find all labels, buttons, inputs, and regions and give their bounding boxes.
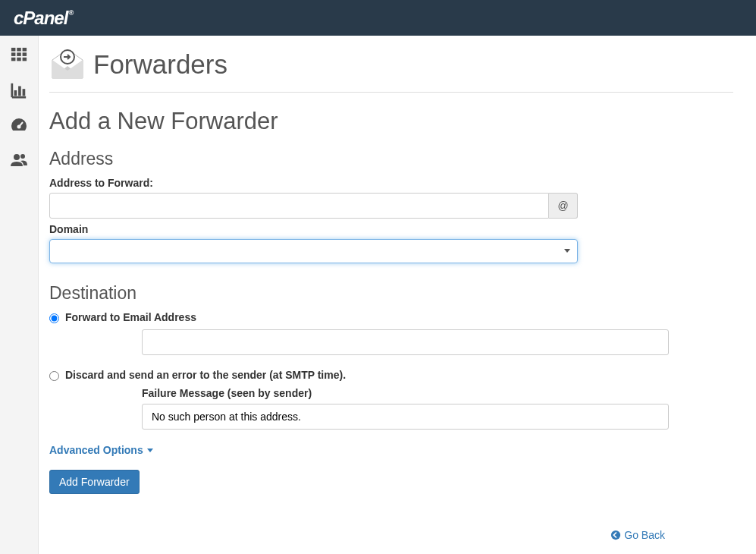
address-heading: Address — [49, 149, 733, 169]
svg-rect-2 — [23, 48, 27, 52]
domain-label: Domain — [49, 223, 733, 235]
address-forward-label: Address to Forward: — [49, 177, 733, 189]
top-header: cPanel ® — [0, 0, 756, 36]
go-back-label: Go Back — [624, 529, 665, 541]
svg-point-22 — [611, 530, 620, 540]
brand-reg: ® — [68, 9, 73, 17]
forward-radio-label: Forward to Email Address — [65, 311, 196, 323]
advanced-options-label: Advanced Options — [49, 444, 143, 456]
address-forward-input[interactable] — [49, 193, 549, 219]
advanced-options-toggle[interactable]: Advanced Options — [49, 444, 153, 456]
forwarders-icon — [49, 49, 86, 80]
svg-rect-3 — [11, 52, 15, 56]
grid-icon[interactable] — [8, 45, 30, 66]
svg-rect-5 — [23, 52, 27, 56]
svg-rect-6 — [11, 58, 15, 61]
main-content: Forwarders Add a New Forwarder Address A… — [39, 36, 756, 554]
forward-radio[interactable] — [49, 313, 59, 323]
section-title: Add a New Forwarder — [49, 108, 733, 135]
svg-rect-4 — [17, 52, 21, 56]
svg-point-16 — [14, 154, 20, 160]
forward-email-input[interactable] — [142, 329, 669, 355]
svg-rect-0 — [11, 48, 15, 52]
add-forwarder-button[interactable]: Add Forwarder — [49, 470, 140, 494]
svg-rect-8 — [23, 58, 27, 61]
at-addon: @ — [549, 193, 578, 219]
discard-radio-label: Discard and send an error to the sender … — [65, 369, 346, 381]
svg-rect-7 — [17, 58, 21, 61]
go-back-link[interactable]: Go Back — [610, 529, 665, 541]
svg-point-17 — [20, 154, 25, 159]
dashboard-icon[interactable] — [8, 115, 30, 136]
stats-icon[interactable] — [8, 80, 30, 101]
page-title: Forwarders — [93, 49, 227, 80]
failure-label: Failure Message (seen by sender) — [142, 387, 733, 399]
brand-text: cPanel — [14, 8, 67, 29]
arrow-left-circle-icon — [610, 530, 621, 540]
users-icon[interactable] — [8, 150, 30, 171]
svg-rect-1 — [17, 48, 21, 52]
failure-message-input[interactable] — [142, 404, 669, 430]
discard-radio[interactable] — [49, 371, 59, 381]
page-header: Forwarders — [49, 49, 733, 93]
destination-heading: Destination — [49, 283, 733, 304]
caret-down-icon — [147, 449, 153, 452]
sidebar — [0, 36, 39, 554]
domain-select[interactable] — [49, 239, 578, 263]
brand-logo[interactable]: cPanel ® — [14, 8, 73, 29]
